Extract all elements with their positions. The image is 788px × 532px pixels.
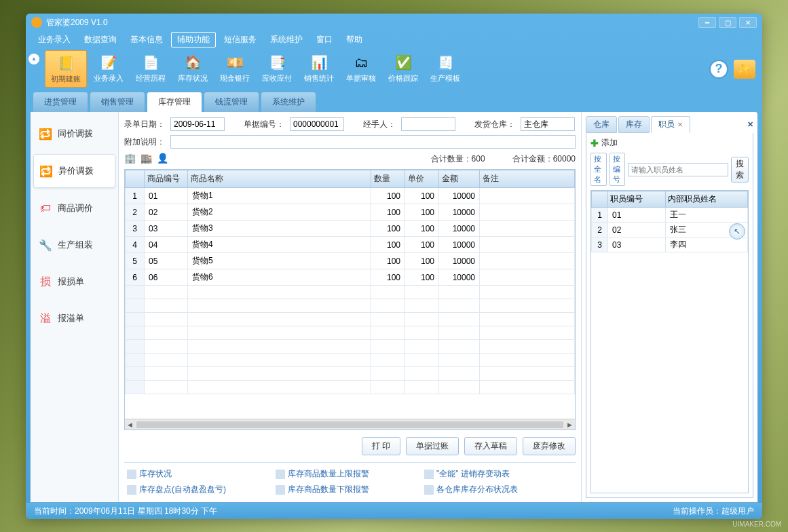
right-tab-1[interactable]: 库存 [618, 116, 650, 133]
filter-fullname-button[interactable]: 按全名 [590, 153, 607, 186]
minimize-button[interactable]: ━ [698, 17, 716, 28]
link-3[interactable]: 库存盘点(自动盘盈盘亏) [127, 484, 276, 495]
menu-0[interactable]: 业务录入 [33, 33, 76, 47]
table-row[interactable] [126, 367, 575, 381]
person-icon[interactable]: 👤 [157, 153, 169, 165]
sidebar-item-4[interactable]: 损报损单 [33, 265, 115, 298]
table-row[interactable]: 606货物610010010000 [126, 269, 575, 286]
whs-input[interactable] [521, 117, 575, 131]
sidebar-item-1[interactable]: 🔁异价调拨 [33, 154, 115, 188]
maximize-button[interactable]: ▢ [719, 17, 736, 28]
note-input[interactable] [170, 135, 576, 149]
tool-7[interactable]: 🗂单据审核 [341, 50, 381, 88]
handler-input[interactable] [401, 117, 455, 131]
arrow-up-icon[interactable]: ↖ [729, 223, 745, 240]
titlebar[interactable]: 管家婆2009 V1.0 ━ ▢ ✕ [26, 14, 762, 31]
table-row[interactable] [126, 299, 575, 313]
tool-5[interactable]: 📑应收应付 [257, 50, 297, 88]
print-button[interactable]: 打 印 [362, 437, 400, 455]
collapse-toolbar-icon[interactable]: ▲ [29, 54, 39, 64]
add-button[interactable]: ✚ 添加 [590, 137, 749, 149]
sidebar-item-3[interactable]: 🔧生产组装 [33, 229, 115, 261]
table-row[interactable]: 101货物110010010000 [126, 188, 575, 204]
menu-2[interactable]: 基本信息 [125, 33, 168, 47]
tool-8[interactable]: ✅价格跟踪 [383, 50, 424, 88]
table-row[interactable] [126, 340, 575, 354]
menu-4[interactable]: 短信服务 [219, 33, 262, 47]
goods-grid[interactable]: 商品编号商品名称数量单价金额备注101货物110010010000202货物21… [124, 169, 576, 430]
rp-header-2[interactable]: 内部职员姓名 [665, 191, 747, 208]
maintab-2[interactable]: 库存管理 [147, 92, 202, 112]
draft-button[interactable]: 存入草稿 [464, 437, 517, 455]
tool-label-4: 现金银行 [220, 73, 250, 83]
building2-icon[interactable]: 🏬 [140, 153, 153, 165]
discard-button[interactable]: 废弃修改 [523, 437, 576, 455]
post-button[interactable]: 单据过账 [406, 437, 459, 455]
rp-header-1[interactable]: 职员编号 [608, 191, 666, 208]
table-row[interactable]: 404货物410010010000 [126, 237, 575, 253]
maintab-1[interactable]: 销售管理 [90, 92, 145, 112]
grid-header-1[interactable]: 商品编号 [145, 170, 188, 188]
sidebar-icon-5: 溢 [39, 311, 52, 325]
staff-grid[interactable]: 职员编号内部职员姓名101王一202张三303李四 ↖ [590, 190, 749, 493]
grid-header-4[interactable]: 单价 [405, 170, 439, 188]
building1-icon[interactable]: 🏢 [124, 153, 136, 165]
close-button[interactable]: ✕ [739, 17, 757, 28]
horizontal-scrollbar[interactable]: ◀ ▶ [125, 419, 575, 430]
table-row[interactable] [126, 381, 575, 394]
tab-close-icon[interactable]: ✕ [677, 121, 683, 128]
right-tab-2[interactable]: 职员✕ [651, 116, 690, 133]
table-row[interactable]: 303李四 [592, 238, 748, 252]
tool-4[interactable]: 💴现金银行 [214, 50, 255, 88]
menu-3[interactable]: 辅助功能 [171, 32, 216, 48]
table-row[interactable] [126, 354, 575, 367]
link-1[interactable]: 库存商品数量上限报警 [276, 468, 424, 480]
grid-header-6[interactable]: 备注 [480, 170, 575, 188]
date-input[interactable] [170, 117, 225, 131]
tool-6[interactable]: 📊销售统计 [299, 50, 339, 88]
table-row[interactable] [126, 286, 575, 299]
tool-3[interactable]: 🏠库存状况 [172, 50, 213, 88]
table-row[interactable] [126, 313, 575, 326]
filter-number-button[interactable]: 按编号 [609, 153, 626, 186]
right-tab-0[interactable]: 仓库 [586, 116, 617, 133]
tool-9[interactable]: 🧾生产模板 [425, 50, 466, 88]
link-2[interactable]: "全能" 进销存变动表 [424, 468, 573, 480]
grid-header-3[interactable]: 数量 [371, 170, 405, 188]
sidebar-item-0[interactable]: 🔁同价调拨 [33, 117, 115, 150]
grid-header-0[interactable] [126, 170, 145, 188]
docno-input[interactable] [290, 117, 344, 131]
menu-1[interactable]: 数据查询 [79, 33, 122, 47]
table-row[interactable]: 101王一 [592, 208, 748, 223]
grid-header-5[interactable]: 金额 [439, 170, 480, 188]
maintab-3[interactable]: 钱流管理 [204, 92, 259, 112]
table-row[interactable]: 202张三 [592, 223, 748, 238]
grid-header-2[interactable]: 商品名称 [188, 170, 371, 188]
staff-search-input[interactable] [628, 163, 728, 176]
search-button[interactable]: 搜索 [731, 157, 749, 183]
tool-2[interactable]: 📄经营历程 [130, 50, 171, 88]
table-row[interactable] [126, 326, 575, 340]
sidebar-label-0: 同价调拨 [58, 128, 93, 140]
menu-5[interactable]: 系统维护 [265, 33, 308, 47]
maintab-0[interactable]: 进货管理 [33, 92, 88, 112]
tool-0[interactable]: 📒初期建账 [45, 50, 87, 88]
link-icon [424, 485, 434, 495]
tool-icon-0: 📒 [56, 54, 75, 73]
link-5[interactable]: 各仓库库存分布状况表 [424, 484, 573, 495]
menu-6[interactable]: 窗口 [311, 33, 338, 47]
table-row[interactable]: 303货物310010010000 [126, 221, 575, 237]
gold-icon[interactable]: ✨ [734, 60, 755, 79]
menu-7[interactable]: 帮助 [341, 33, 368, 47]
rp-header-0[interactable] [592, 191, 608, 208]
panel-close-icon[interactable]: ✕ [747, 120, 753, 129]
table-row[interactable]: 505货物510010010000 [126, 253, 575, 269]
sidebar-item-2[interactable]: 🏷商品调价 [33, 192, 115, 225]
sidebar-item-5[interactable]: 溢报溢单 [33, 302, 115, 335]
table-row[interactable]: 202货物210010010000 [126, 204, 575, 221]
help-button[interactable]: ? [709, 60, 728, 79]
tool-1[interactable]: 📝业务录入 [88, 50, 129, 88]
maintab-4[interactable]: 系统维护 [261, 92, 316, 112]
link-0[interactable]: 库存状况 [127, 468, 276, 480]
link-4[interactable]: 库存商品数量下限报警 [276, 484, 424, 495]
